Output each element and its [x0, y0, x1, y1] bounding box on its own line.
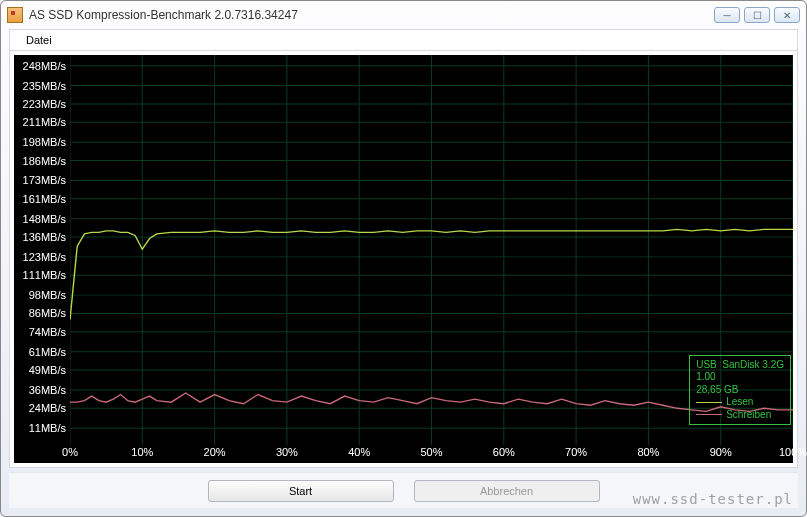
x-tick: 40% — [348, 446, 370, 458]
content-panel: 11MB/s24MB/s36MB/s49MB/s61MB/s74MB/s86MB… — [9, 51, 798, 468]
window-title: AS SSD Kompression-Benchmark 2.0.7316.34… — [29, 8, 714, 22]
y-tick: 74MB/s — [29, 326, 66, 338]
x-tick: 50% — [420, 446, 442, 458]
x-tick: 70% — [565, 446, 587, 458]
maximize-button[interactable]: ☐ — [744, 7, 770, 23]
y-tick: 98MB/s — [29, 289, 66, 301]
y-tick: 24MB/s — [29, 402, 66, 414]
chart-body: 11MB/s24MB/s36MB/s49MB/s61MB/s74MB/s86MB… — [14, 55, 793, 463]
legend-size: 28,65 GB — [696, 384, 784, 397]
y-tick: 11MB/s — [29, 422, 66, 434]
y-tick: 148MB/s — [23, 213, 66, 225]
y-axis: 11MB/s24MB/s36MB/s49MB/s61MB/s74MB/s86MB… — [14, 55, 70, 445]
x-tick: 0% — [62, 446, 78, 458]
y-tick: 198MB/s — [23, 136, 66, 148]
minimize-button[interactable]: ─ — [714, 7, 740, 23]
legend-write: Schreiben — [696, 409, 784, 422]
y-tick: 173MB/s — [23, 174, 66, 186]
watermark: www.ssd-tester.pl — [633, 491, 793, 507]
y-tick: 211MB/s — [23, 116, 66, 128]
y-tick: 223MB/s — [23, 98, 66, 110]
close-button[interactable]: ✕ — [774, 7, 800, 23]
legend-read: Lesen — [696, 396, 784, 409]
y-tick: 36MB/s — [29, 384, 66, 396]
y-tick: 186MB/s — [23, 155, 66, 167]
legend-box: USB SanDisk 3.2G 1.00 28,65 GB Lesen Sch… — [689, 355, 791, 426]
cancel-button: Abbrechen — [414, 480, 600, 502]
y-tick: 86MB/s — [29, 307, 66, 319]
plot-area: USB SanDisk 3.2G 1.00 28,65 GB Lesen Sch… — [70, 55, 793, 445]
x-tick: 90% — [710, 446, 732, 458]
menubar: Datei — [9, 29, 798, 51]
x-tick: 80% — [637, 446, 659, 458]
y-tick: 49MB/s — [29, 364, 66, 376]
y-tick: 248MB/s — [23, 60, 66, 72]
start-button[interactable]: Start — [208, 480, 394, 502]
window-controls: ─ ☐ ✕ — [714, 7, 800, 23]
x-axis: 0%10%20%30%40%50%60%70%80%90%100% — [70, 445, 793, 463]
x-tick: 30% — [276, 446, 298, 458]
menu-datei[interactable]: Datei — [18, 32, 60, 48]
y-tick: 235MB/s — [23, 80, 66, 92]
legend-version: 1.00 — [696, 371, 784, 384]
x-tick: 100% — [779, 446, 807, 458]
legend-device: USB SanDisk 3.2G — [696, 359, 784, 372]
y-tick: 136MB/s — [23, 231, 66, 243]
titlebar: AS SSD Kompression-Benchmark 2.0.7316.34… — [1, 1, 806, 29]
y-tick: 123MB/s — [23, 251, 66, 263]
chart-svg — [70, 55, 793, 445]
x-tick: 60% — [493, 446, 515, 458]
chart-area: 11MB/s24MB/s36MB/s49MB/s61MB/s74MB/s86MB… — [14, 55, 793, 463]
app-window: AS SSD Kompression-Benchmark 2.0.7316.34… — [0, 0, 807, 517]
y-tick: 161MB/s — [23, 193, 66, 205]
app-icon — [7, 7, 23, 23]
y-tick: 111MB/s — [23, 269, 66, 281]
x-tick: 20% — [204, 446, 226, 458]
x-tick: 10% — [131, 446, 153, 458]
y-tick: 61MB/s — [29, 346, 66, 358]
